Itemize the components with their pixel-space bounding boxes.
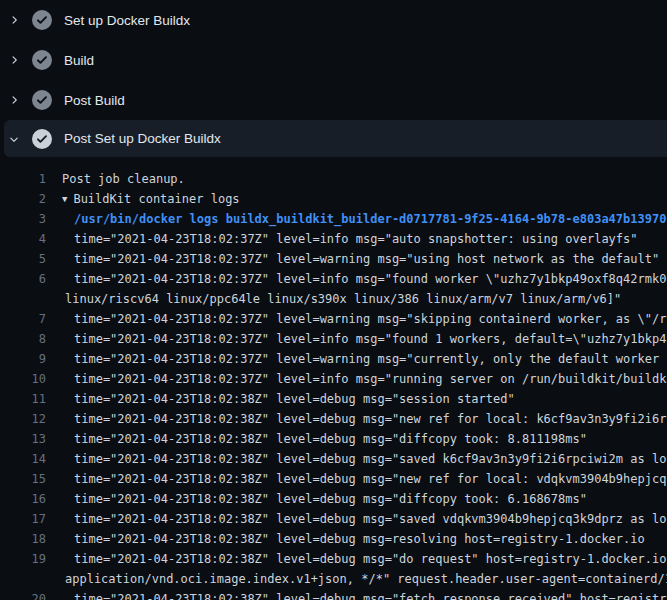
log-line: application/vnd.oci.image.index.v1+json,… [0,569,667,589]
log-line: 17time="2021-04-23T18:02:38Z" level=debu… [0,509,667,529]
log-text: time="2021-04-23T18:02:37Z" level=warnin… [46,309,667,329]
line-number[interactable] [0,289,46,309]
log-line: 8time="2021-04-23T18:02:37Z" level=info … [0,329,667,349]
step-sections: Set up Docker BuildxBuildPost BuildPost … [0,0,667,157]
log-text: time="2021-04-23T18:02:37Z" level=info m… [46,329,667,349]
line-number[interactable]: 16 [0,489,46,509]
chevron-right-icon [8,12,20,28]
log-group-label: BuildKit container logs [73,192,239,206]
line-number[interactable]: 6 [0,269,46,289]
log-line: 20time="2021-04-23T18:02:38Z" level=debu… [0,589,667,600]
line-number[interactable]: 14 [0,449,46,469]
log-line: 9time="2021-04-23T18:02:37Z" level=warni… [0,349,667,369]
log-text: time="2021-04-23T18:02:38Z" level=debug … [46,469,667,489]
section-title: Build [64,53,94,68]
log-line: 15time="2021-04-23T18:02:38Z" level=debu… [0,469,667,489]
line-number[interactable]: 12 [0,409,46,429]
line-number[interactable]: 9 [0,349,46,369]
log-text: linux/riscv64 linux/ppc64le linux/s390x … [46,289,621,309]
line-number[interactable]: 13 [0,429,46,449]
section-title: Post Build [64,93,125,108]
command-text: /usr/bin/docker logs buildx_buildkit_bui… [46,209,666,229]
log-line: 16time="2021-04-23T18:02:38Z" level=debu… [0,489,667,509]
log-text: time="2021-04-23T18:02:37Z" level=info m… [46,229,638,249]
log-line: 10time="2021-04-23T18:02:37Z" level=info… [0,369,667,389]
log-line: 5time="2021-04-23T18:02:37Z" level=warni… [0,249,667,269]
log-text: time="2021-04-23T18:02:38Z" level=debug … [46,389,515,409]
check-circle-icon [32,90,52,110]
line-number[interactable]: 4 [0,229,46,249]
line-number[interactable]: 8 [0,329,46,349]
log-line: 14time="2021-04-23T18:02:38Z" level=debu… [0,449,667,469]
log-text: time="2021-04-23T18:02:38Z" level=debug … [46,509,667,529]
line-number[interactable]: 20 [0,589,46,600]
log-line: 1Post job cleanup. [0,169,667,189]
log-text: time="2021-04-23T18:02:38Z" level=debug … [46,529,645,549]
log-line: 12time="2021-04-23T18:02:38Z" level=debu… [0,409,667,429]
log-line: 7time="2021-04-23T18:02:37Z" level=warni… [0,309,667,329]
section-header[interactable]: Build [0,40,667,80]
log-line: 18time="2021-04-23T18:02:38Z" level=debu… [0,529,667,549]
log-text: time="2021-04-23T18:02:38Z" level=debug … [46,589,667,600]
chevron-down-icon [8,131,20,147]
check-circle-icon [32,50,52,70]
log-text: application/vnd.oci.image.index.v1+json,… [46,569,667,589]
log-text: time="2021-04-23T18:02:38Z" level=debug … [46,489,587,509]
section-header[interactable]: Post Set up Docker Buildx [4,120,667,157]
log-text: time="2021-04-23T18:02:37Z" level=warnin… [46,249,659,269]
section-title: Set up Docker Buildx [64,13,190,28]
chevron-right-icon [8,52,20,68]
log-line: 19time="2021-04-23T18:02:38Z" level=debu… [0,549,667,569]
log-text: time="2021-04-23T18:02:37Z" level=info m… [46,269,667,289]
line-number[interactable]: 1 [0,169,46,189]
line-number[interactable]: 17 [0,509,46,529]
line-number[interactable]: 19 [0,549,46,569]
line-number[interactable]: 10 [0,369,46,389]
check-circle-icon [32,10,52,30]
section-title: Post Set up Docker Buildx [64,131,221,146]
log-console: 1Post job cleanup.2▼BuildKit container l… [0,157,667,600]
chevron-right-icon [8,92,20,108]
section-header[interactable]: Post Build [0,80,667,120]
log-line: 13time="2021-04-23T18:02:38Z" level=debu… [0,429,667,449]
line-number[interactable]: 3 [0,209,46,229]
line-number[interactable]: 5 [0,249,46,269]
line-number[interactable]: 18 [0,529,46,549]
line-number[interactable] [0,569,46,589]
log-line: 3/usr/bin/docker logs buildx_buildkit_bu… [0,209,667,229]
log-line: linux/riscv64 linux/ppc64le linux/s390x … [0,289,667,309]
line-number[interactable]: 15 [0,469,46,489]
log-text: time="2021-04-23T18:02:38Z" level=debug … [46,429,587,449]
log-text: time="2021-04-23T18:02:38Z" level=debug … [46,409,667,429]
log-line: 2▼BuildKit container logs [0,189,667,209]
group-caret-icon[interactable]: ▼ [62,194,67,204]
check-circle-icon [32,129,52,149]
line-number[interactable]: 7 [0,309,46,329]
section-header[interactable]: Set up Docker Buildx [0,0,667,40]
log-line: 6time="2021-04-23T18:02:37Z" level=info … [0,269,667,289]
line-number[interactable]: 2 [0,189,46,209]
log-text: time="2021-04-23T18:02:37Z" level=info m… [46,369,667,389]
log-text: time="2021-04-23T18:02:38Z" level=debug … [46,549,667,569]
log-text: time="2021-04-23T18:02:37Z" level=warnin… [46,349,667,369]
log-text: time="2021-04-23T18:02:38Z" level=debug … [46,449,667,469]
line-number[interactable]: 11 [0,389,46,409]
log-line: 4time="2021-04-23T18:02:37Z" level=info … [0,229,667,249]
log-text: Post job cleanup. [46,169,185,189]
log-line: 11time="2021-04-23T18:02:38Z" level=debu… [0,389,667,409]
log-group-toggle[interactable]: ▼BuildKit container logs [46,189,240,209]
